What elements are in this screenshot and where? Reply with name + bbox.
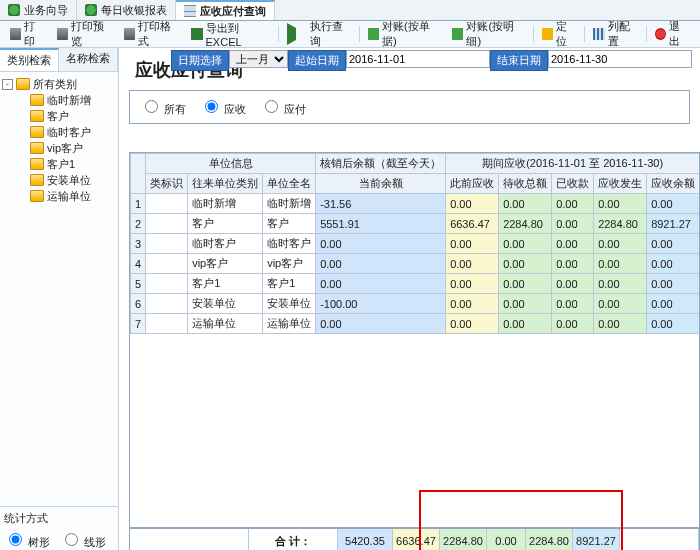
- table-row[interactable]: 5客户1客户10.000.000.000.000.000.00: [131, 274, 701, 294]
- col-config-icon: [593, 28, 604, 40]
- filter-pay-radio[interactable]: 应付: [260, 97, 306, 117]
- tab-name-search[interactable]: 名称检索: [59, 48, 118, 71]
- table-row[interactable]: 6安装单位安装单位-100.000.000.000.000.000.00: [131, 294, 701, 314]
- export-excel-button[interactable]: 导出到EXCEL: [187, 20, 274, 49]
- folder-icon: [16, 78, 30, 90]
- tree-node[interactable]: 临时客户: [2, 124, 116, 140]
- left-panel: 类别检索 名称检索 -所有类别临时新增客户临时客户vip客户客户1安装单位运输单…: [0, 48, 119, 550]
- footer-occ: 2284.80: [526, 529, 573, 550]
- footer-totals: 合 计： 5420.35 6636.47 2284.80 0.00 2284.8…: [129, 528, 700, 550]
- footer-rem: 8921.27: [573, 529, 620, 550]
- export-excel-icon: [191, 28, 202, 40]
- right-panel: 日期选择 上一月 起始日期 结束日期 应收应付查询 所有 应收 应付 单位信息 …: [119, 48, 700, 550]
- print-format-button[interactable]: 打印格式: [120, 18, 183, 50]
- exit-button[interactable]: 退出: [651, 18, 694, 50]
- execute-icon: [287, 23, 307, 45]
- print-format-icon: [124, 28, 135, 40]
- folder-icon: [30, 110, 44, 122]
- stat-mode-box: 统计方式 树形 线形: [0, 506, 118, 550]
- folder-icon: [30, 190, 44, 202]
- date-range-header: 日期选择 上一月 起始日期 结束日期: [171, 50, 692, 71]
- footer-paid: 0.00: [487, 529, 526, 550]
- top-tab[interactable]: 每日收银报表: [77, 0, 176, 20]
- tab-icon: [85, 4, 97, 16]
- tree-node[interactable]: 临时新增: [2, 92, 116, 108]
- stat-tree-radio[interactable]: 树形: [4, 530, 50, 550]
- tree-node[interactable]: 客户: [2, 108, 116, 124]
- footer-bal: 5420.35: [338, 529, 393, 550]
- date-range-label: 日期选择: [171, 50, 229, 71]
- stat-line-radio[interactable]: 线形: [60, 530, 106, 550]
- print-preview-icon: [57, 28, 68, 40]
- tab-icon: [8, 4, 20, 16]
- col-group-balance: 核销后余额（截至今天）: [316, 154, 446, 174]
- footer-pre: 6636.47: [393, 529, 440, 550]
- tree-node[interactable]: -所有类别: [2, 76, 116, 92]
- footer-pend: 2284.80: [440, 529, 487, 550]
- data-grid: 单位信息 核销后余额（截至今天） 期间应收(2016-11-01 至 2016-…: [130, 153, 700, 334]
- toolbar: 打印打印预览打印格式导出到EXCEL执行查询对账(按单据)对账(按明细)定位列配…: [0, 21, 700, 48]
- date-preset-select[interactable]: 上一月: [229, 50, 288, 68]
- folder-icon: [30, 174, 44, 186]
- col-group-unit: 单位信息: [146, 154, 316, 174]
- stat-mode-title: 统计方式: [4, 511, 114, 526]
- print-icon: [10, 28, 21, 40]
- date-start-input[interactable]: [346, 50, 490, 68]
- data-grid-wrap[interactable]: 单位信息 核销后余额（截至今天） 期间应收(2016-11-01 至 2016-…: [129, 152, 700, 528]
- folder-icon: [30, 142, 44, 154]
- tree-node[interactable]: 客户1: [2, 156, 116, 172]
- tree-node[interactable]: 运输单位: [2, 188, 116, 204]
- tree-node[interactable]: 安装单位: [2, 172, 116, 188]
- verify-by-doc-icon: [368, 28, 379, 40]
- footer-total-label: 合 计：: [249, 529, 338, 550]
- date-end-input[interactable]: [548, 50, 692, 68]
- table-row[interactable]: 4vip客户vip客户0.000.000.000.000.000.00: [131, 254, 701, 274]
- table-row[interactable]: 3临时客户临时客户0.000.000.000.000.000.00: [131, 234, 701, 254]
- folder-icon: [30, 126, 44, 138]
- table-row[interactable]: 1临时新增临时新增-31.560.000.000.000.000.00: [131, 194, 701, 214]
- col-config-button[interactable]: 列配置: [589, 18, 642, 50]
- locate-icon: [542, 28, 553, 40]
- table-row[interactable]: 7运输单位运输单位0.000.000.000.000.000.00: [131, 314, 701, 334]
- col-group-period: 期间应收(2016-11-01 至 2016-11-30): [446, 154, 700, 174]
- exit-icon: [655, 28, 666, 40]
- top-tab[interactable]: 应收应付查询: [176, 0, 275, 20]
- print-button[interactable]: 打印: [6, 18, 49, 50]
- filter-all-radio[interactable]: 所有: [140, 97, 186, 117]
- verify-by-doc-button[interactable]: 对账(按单据): [364, 18, 445, 50]
- folder-icon: [30, 158, 44, 170]
- verify-by-detail-button[interactable]: 对账(按明细): [448, 18, 529, 50]
- tree-expand-icon[interactable]: -: [2, 79, 13, 90]
- verify-by-detail-icon: [452, 28, 463, 40]
- folder-icon: [30, 94, 44, 106]
- category-tree: -所有类别临时新增客户临时客户vip客户客户1安装单位运输单位: [0, 72, 118, 506]
- table-row[interactable]: 2客户客户5551.916636.472284.800.002284.80892…: [131, 214, 701, 234]
- top-tab[interactable]: 业务向导: [0, 0, 77, 20]
- tab-icon: [184, 5, 196, 17]
- filter-row: 所有 应收 应付: [129, 90, 690, 124]
- tab-category-search[interactable]: 类别检索: [0, 48, 59, 71]
- filter-recv-radio[interactable]: 应收: [200, 97, 246, 117]
- date-start-label: 起始日期: [288, 50, 346, 71]
- tree-node[interactable]: vip客户: [2, 140, 116, 156]
- execute-button[interactable]: 执行查询: [283, 18, 355, 50]
- locate-button[interactable]: 定位: [538, 18, 581, 50]
- print-preview-button[interactable]: 打印预览: [53, 18, 116, 50]
- date-end-label: 结束日期: [490, 50, 548, 71]
